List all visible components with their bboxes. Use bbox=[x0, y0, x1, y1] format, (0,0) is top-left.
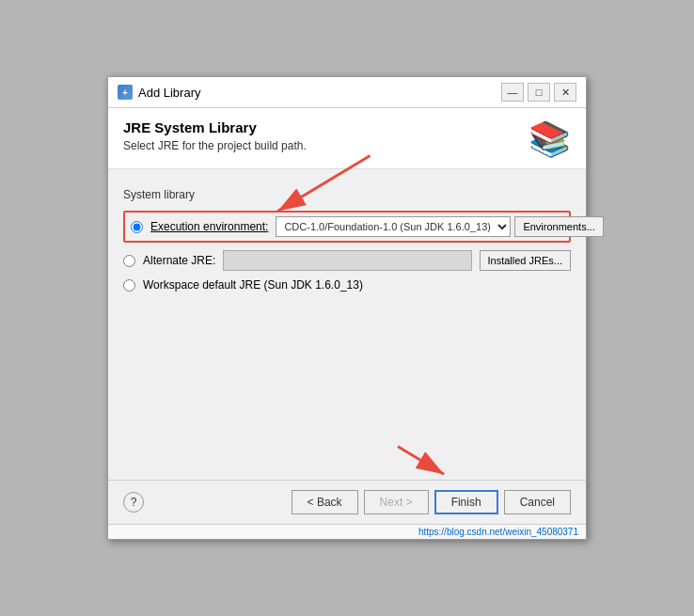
dialog-header: JRE System Library Select JRE for the pr… bbox=[108, 108, 586, 169]
add-library-dialog: + Add Library — □ ✕ JRE System Library S… bbox=[107, 76, 587, 540]
execution-env-label[interactable]: Execution environment: bbox=[150, 220, 268, 233]
next-button[interactable]: Next > bbox=[364, 490, 429, 514]
execution-env-radio[interactable] bbox=[131, 221, 143, 233]
title-bar-controls: — □ ✕ bbox=[501, 83, 576, 102]
cancel-button[interactable]: Cancel bbox=[504, 490, 571, 514]
env-dropdown-container: CDC-1.0/Foundation-1.0 (Sun JDK 1.6.0_13… bbox=[276, 216, 603, 237]
environments-button[interactable]: Environments... bbox=[514, 216, 603, 237]
footer-right: < Back Next > Finish Cancel bbox=[292, 490, 571, 514]
workspace-default-row: Workspace default JRE (Sun JDK 1.6.0_13) bbox=[123, 278, 571, 292]
execution-env-dropdown[interactable]: CDC-1.0/Foundation-1.0 (Sun JDK 1.6.0_13… bbox=[276, 216, 511, 237]
section-label: System library bbox=[123, 188, 571, 201]
execution-env-row: Execution environment: CDC-1.0/Foundatio… bbox=[123, 211, 571, 243]
alternate-jre-radio[interactable] bbox=[123, 255, 135, 267]
back-button[interactable]: < Back bbox=[292, 490, 358, 514]
finish-button[interactable]: Finish bbox=[434, 490, 498, 514]
execution-env-label-text: Execution environment: bbox=[150, 220, 268, 233]
radio-group: Execution environment: CDC-1.0/Foundatio… bbox=[123, 211, 571, 292]
close-button[interactable]: ✕ bbox=[554, 83, 576, 102]
workspace-default-radio[interactable] bbox=[123, 279, 135, 292]
help-button[interactable]: ? bbox=[123, 492, 144, 513]
maximize-button[interactable]: □ bbox=[528, 83, 550, 102]
dialog-title: Add Library bbox=[138, 86, 200, 100]
dialog-subtitle: Select JRE for the project build path. bbox=[123, 139, 307, 152]
alternate-jre-row: Alternate JRE: Installed JREs... bbox=[123, 250, 571, 271]
dialog-header-text: JRE System Library Select JRE for the pr… bbox=[123, 119, 307, 152]
dialog-heading: JRE System Library bbox=[123, 119, 307, 135]
footer-left: ? bbox=[123, 492, 144, 513]
dialog-icon: + bbox=[118, 85, 133, 100]
dialog-overlay: + Add Library — □ ✕ JRE System Library S… bbox=[0, 0, 694, 616]
title-bar-left: + Add Library bbox=[118, 85, 200, 100]
library-icon: 📚 bbox=[528, 119, 571, 159]
alternate-jre-dropdown-disabled bbox=[223, 250, 471, 271]
dialog-spacer bbox=[108, 310, 586, 480]
installed-jres-button[interactable]: Installed JREs... bbox=[480, 250, 571, 271]
dialog-body: System library Execution environment: CD… bbox=[108, 169, 586, 310]
status-bar: https://blog.csdn.net/weixin_45080371 bbox=[108, 524, 586, 539]
alternate-jre-label[interactable]: Alternate JRE: bbox=[143, 254, 215, 267]
dialog-footer: ? < Back Next > Finish Cancel bbox=[108, 480, 586, 524]
minimize-button[interactable]: — bbox=[501, 83, 524, 102]
title-bar: + Add Library — □ ✕ bbox=[108, 77, 586, 108]
workspace-default-label[interactable]: Workspace default JRE (Sun JDK 1.6.0_13) bbox=[143, 278, 363, 292]
status-url: https://blog.csdn.net/weixin_45080371 bbox=[418, 527, 578, 537]
